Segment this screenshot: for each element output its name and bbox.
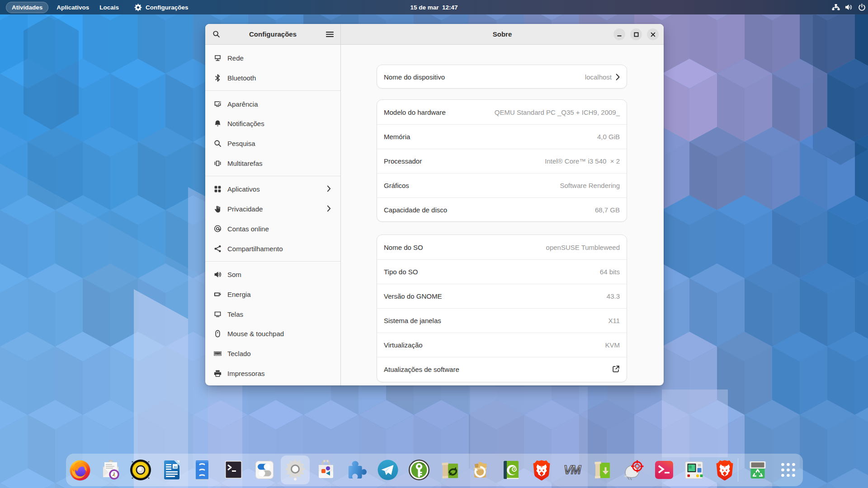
svg-text:VM: VM (564, 463, 581, 477)
